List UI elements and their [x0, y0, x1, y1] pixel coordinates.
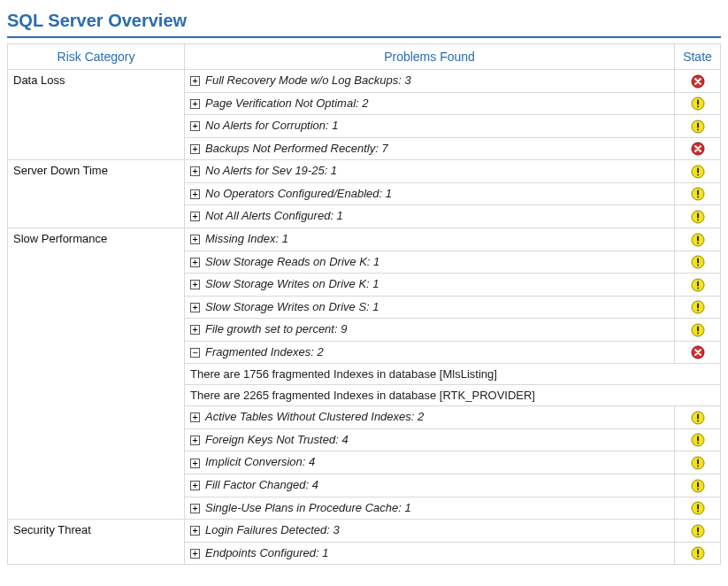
- expand-icon[interactable]: +: [190, 258, 200, 267]
- problem-cell: +Single-Use Plans in Procedure Cache: 1: [185, 497, 675, 520]
- warning-icon: [691, 323, 705, 337]
- svg-rect-49: [697, 527, 699, 532]
- expand-icon[interactable]: +: [190, 481, 200, 490]
- error-icon: [691, 74, 705, 89]
- expand-icon[interactable]: +: [190, 549, 200, 559]
- expand-icon[interactable]: +: [190, 189, 200, 199]
- problem-cell: +Missing Index: 1: [185, 227, 675, 251]
- problem-detail: There are 1756 fragmented Indexes in dat…: [185, 364, 721, 385]
- expand-icon[interactable]: +: [190, 76, 200, 86]
- overview-table: Risk Category Problems Found State Data …: [7, 43, 721, 565]
- state-cell: [675, 406, 721, 429]
- warning-icon: [691, 210, 705, 224]
- risk-category-cell-slow-performance: Slow Performance: [8, 227, 185, 519]
- svg-rect-27: [697, 304, 699, 309]
- svg-rect-34: [697, 413, 699, 419]
- svg-rect-10: [697, 173, 699, 175]
- svg-rect-5: [697, 122, 699, 127]
- warning-icon: [691, 96, 705, 111]
- warning-icon: [691, 187, 705, 201]
- page-title: SQL Server Overview: [7, 7, 721, 38]
- expand-icon[interactable]: +: [190, 325, 200, 335]
- svg-rect-37: [697, 436, 699, 442]
- svg-rect-31: [697, 332, 699, 334]
- problem-label: Fragmented Indexes: 2: [205, 345, 324, 359]
- expand-icon[interactable]: +: [190, 121, 200, 131]
- state-cell: [675, 137, 721, 160]
- expand-icon[interactable]: +: [190, 144, 200, 154]
- warning-icon: [691, 524, 705, 538]
- state-cell: [675, 160, 721, 183]
- problem-label: Active Tables Without Clustered Indexes:…: [205, 410, 424, 423]
- problem-label: Endpoints Configured: 1: [205, 546, 328, 559]
- problem-label: Not All Alerts Configured: 1: [205, 209, 343, 222]
- svg-rect-3: [697, 106, 699, 108]
- expand-icon[interactable]: +: [190, 436, 200, 445]
- problem-label: Backups Not Performed Recently: 7: [205, 142, 388, 155]
- svg-rect-13: [697, 197, 699, 198]
- problem-cell: +File growth set to percent: 9: [185, 319, 675, 342]
- svg-rect-6: [697, 128, 699, 130]
- expand-icon[interactable]: +: [190, 459, 200, 468]
- svg-rect-38: [697, 443, 699, 444]
- table-row: Slow Performance+Missing Index: 1: [8, 227, 721, 251]
- state-cell: [675, 70, 721, 93]
- collapse-icon[interactable]: −: [190, 348, 200, 358]
- state-cell: [675, 251, 721, 274]
- expand-icon[interactable]: +: [190, 166, 200, 176]
- svg-rect-41: [697, 466, 699, 467]
- problem-label: Page Verification Not Optimal: 2: [205, 96, 369, 110]
- expand-icon[interactable]: +: [190, 413, 200, 422]
- col-header-state: State: [675, 44, 721, 70]
- state-cell: [675, 474, 721, 497]
- expand-icon[interactable]: +: [190, 280, 200, 289]
- problem-cell: +No Alerts for Corruption: 1: [185, 115, 675, 138]
- svg-rect-53: [697, 556, 699, 558]
- problem-cell: +Page Verification Not Optimal: 2: [185, 92, 675, 115]
- problem-cell: +No Alerts for Sev 19-25: 1: [185, 160, 675, 183]
- state-cell: [675, 205, 721, 228]
- problem-cell: +No Operators Configured/Enabled: 1: [185, 182, 675, 205]
- svg-rect-46: [697, 505, 699, 510]
- problem-label: Full Recovery Mode w/o Log Backups: 3: [205, 73, 411, 87]
- state-cell: [675, 227, 721, 251]
- expand-icon[interactable]: +: [190, 99, 200, 109]
- warning-icon: [691, 501, 705, 515]
- problem-cell: +Active Tables Without Clustered Indexes…: [185, 406, 675, 429]
- table-header-row: Risk Category Problems Found State: [8, 44, 721, 70]
- table-row: Security Threat+Login Failures Detected:…: [8, 520, 721, 543]
- svg-rect-52: [697, 550, 699, 555]
- svg-rect-25: [697, 287, 699, 289]
- expand-icon[interactable]: +: [190, 235, 200, 244]
- warning-icon: [691, 233, 705, 247]
- problem-label: Login Failures Detected: 3: [205, 523, 340, 536]
- problem-cell: +Login Failures Detected: 3: [185, 520, 675, 543]
- state-cell: [675, 182, 721, 205]
- state-cell: [675, 520, 721, 543]
- expand-icon[interactable]: +: [190, 303, 200, 312]
- col-header-problems: Problems Found: [185, 44, 675, 70]
- svg-rect-47: [697, 511, 699, 513]
- expand-icon[interactable]: +: [190, 504, 200, 513]
- warning-icon: [691, 278, 705, 292]
- risk-category-cell-data-loss: Data Loss: [8, 70, 185, 160]
- problem-cell: +Fill Factor Changed: 4: [185, 474, 675, 497]
- warning-icon: [691, 433, 705, 447]
- svg-rect-16: [697, 219, 699, 220]
- svg-rect-35: [697, 420, 699, 421]
- expand-icon[interactable]: +: [190, 212, 200, 221]
- table-row: Data Loss+Full Recovery Mode w/o Log Bac…: [8, 70, 721, 93]
- warning-icon: [691, 255, 705, 269]
- svg-rect-9: [697, 167, 699, 173]
- warning-icon: [691, 479, 705, 493]
- svg-rect-22: [697, 265, 699, 266]
- problem-label: Slow Storage Writes on Drive S: 1: [205, 300, 379, 313]
- problem-cell: +Slow Storage Writes on Drive S: 1: [185, 296, 675, 319]
- problem-cell: +Foreign Keys Not Trusted: 4: [185, 428, 675, 451]
- svg-rect-21: [697, 258, 699, 264]
- problem-cell: +Endpoints Configured: 1: [185, 542, 675, 565]
- svg-rect-24: [697, 281, 699, 286]
- problem-label: Implicit Conversion: 4: [205, 455, 315, 468]
- expand-icon[interactable]: +: [190, 526, 200, 536]
- svg-rect-50: [697, 533, 699, 535]
